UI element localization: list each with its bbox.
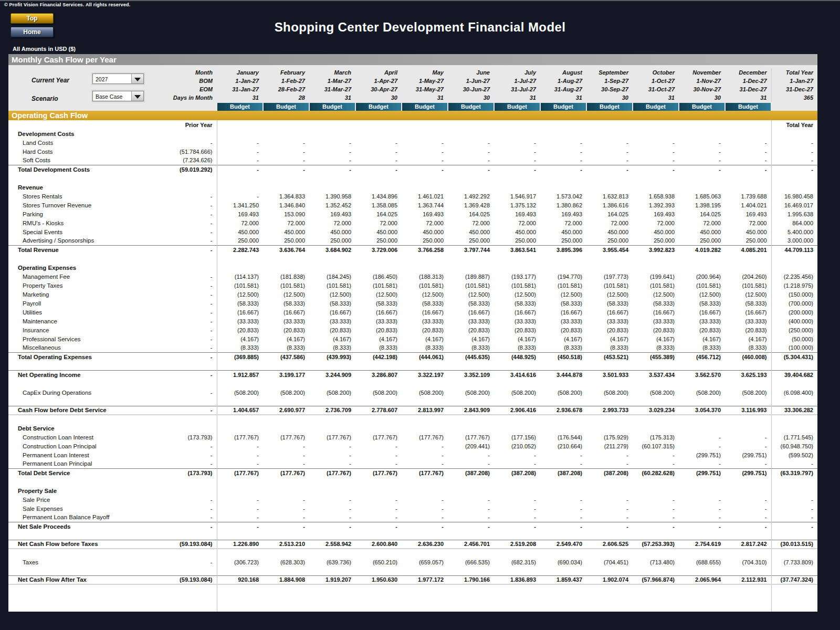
value-cell <box>679 477 725 486</box>
total-year-cell: - <box>771 513 817 522</box>
value-cell: (8.333) <box>725 343 771 352</box>
value-cell: (4.167) <box>263 334 309 343</box>
total-year-cell <box>771 566 817 575</box>
scenario-dropdown[interactable]: Base Case <box>92 91 144 101</box>
value-cell <box>725 566 771 575</box>
cash-flow-table-wrap: Prior YearTotal YearDevelopment CostsLan… <box>8 120 817 612</box>
row-label: Special Events <box>8 227 136 236</box>
value-cell <box>309 584 355 612</box>
table-row: Insurance-(20.833)(20.833)(20.833)(20.83… <box>8 326 817 334</box>
header-cell: 1-Dec-27 <box>725 77 771 85</box>
value-cell: - <box>217 138 263 147</box>
header-cell: 31 <box>494 93 540 102</box>
value-cell: (690.034) <box>540 558 586 566</box>
value-cell: (12.500) <box>679 290 725 299</box>
home-button[interactable]: Home <box>10 27 54 37</box>
table-filler-row <box>8 584 817 612</box>
table-row <box>8 379 817 388</box>
value-cell: - <box>540 504 586 513</box>
value-cell: (16.667) <box>263 308 309 317</box>
value-cell: 3.992.823 <box>633 245 679 254</box>
total-year-cell <box>771 263 817 272</box>
row-label: Insurance <box>8 326 136 334</box>
value-cell <box>217 174 263 183</box>
value-cell: 1.364.833 <box>263 192 309 201</box>
value-cell: 1.390.958 <box>309 192 355 201</box>
value-cell <box>309 424 355 433</box>
total-year-cell: 16.980.458 <box>771 192 817 201</box>
value-cell <box>725 129 771 138</box>
value-cell: (57.966.874) <box>633 575 679 584</box>
value-cell <box>679 584 725 612</box>
value-cell: (4.167) <box>540 334 586 343</box>
value-cell: (33.333) <box>309 317 355 326</box>
value-cell: (12.500) <box>309 290 355 299</box>
value-cell: (4.167) <box>309 334 355 343</box>
value-cell <box>402 566 448 575</box>
section-title-bar: Monthly Cash Flow per Year <box>8 54 817 65</box>
row-label: Total Debt Service <box>8 468 136 477</box>
value-cell <box>217 183 263 192</box>
value-cell: 250.000 <box>309 236 355 245</box>
chevron-down-icon[interactable] <box>131 91 143 101</box>
value-cell: - <box>540 156 586 165</box>
value-cell: - <box>586 450 633 459</box>
value-cell: (8.333) <box>263 343 309 352</box>
prior-year-cell <box>136 486 217 495</box>
value-cell: - <box>309 504 355 513</box>
value-cell <box>633 183 679 192</box>
current-year-dropdown[interactable]: 2027 <box>92 74 144 84</box>
total-year-cell: (37.747.324) <box>771 575 817 584</box>
value-cell: - <box>263 165 309 174</box>
chevron-down-icon[interactable] <box>131 74 143 83</box>
value-cell <box>586 549 633 558</box>
row-label: Management Fee <box>8 272 136 281</box>
total-year-cell: Total Year <box>771 120 817 129</box>
value-cell: (387.208) <box>586 468 633 477</box>
total-year-cell <box>771 584 817 612</box>
value-cell: (58.333) <box>633 299 679 308</box>
value-cell: 250.000 <box>725 236 771 245</box>
value-cell: - <box>448 504 494 513</box>
value-cell: 169.493 <box>309 209 355 218</box>
value-cell: - <box>402 522 448 531</box>
value-cell: - <box>355 138 402 147</box>
budget-cell: Budget <box>355 102 402 111</box>
value-cell: (177.767) <box>309 433 355 442</box>
value-cell <box>309 566 355 575</box>
prior-year-cell: - <box>136 513 217 522</box>
header-cell: 1-Aug-27 <box>540 77 586 85</box>
value-cell: (209.441) <box>448 442 494 450</box>
value-cell: - <box>725 522 771 531</box>
total-year-cell: (1.218.975) <box>771 281 817 290</box>
budget-cell: Budget <box>263 102 309 111</box>
value-cell: (445.635) <box>448 352 494 361</box>
table-row: Special Events-450.000450.000450.000450.… <box>8 227 817 236</box>
value-cell: (12.500) <box>263 290 309 299</box>
value-cell: - <box>725 495 771 504</box>
value-cell: - <box>402 442 448 450</box>
header-cell: May <box>402 68 448 77</box>
prior-year-cell: - <box>136 308 217 317</box>
value-cell: 72.000 <box>263 218 309 227</box>
value-cell: 3.244.909 <box>309 370 355 379</box>
row-label: Development Costs <box>8 129 136 138</box>
value-cell: (639.736) <box>309 558 355 566</box>
value-cell <box>448 120 494 129</box>
value-cell <box>586 531 633 540</box>
value-cell <box>402 361 448 370</box>
value-cell: 72.000 <box>309 218 355 227</box>
header-cell: 30-Nov-27 <box>679 85 725 93</box>
value-cell: (4.167) <box>448 334 494 343</box>
value-cell: (16.667) <box>725 308 771 317</box>
table-row: Taxes-(306.723)(628.303)(639.736)(650.21… <box>8 558 817 566</box>
operating-cash-flow-bar: Operating Cash Flow <box>8 111 817 120</box>
value-cell: (211.279) <box>586 442 633 450</box>
top-button[interactable]: Top <box>10 13 54 24</box>
header-cell: 30 <box>586 93 633 102</box>
header-total-cell: 1-Jan-27 <box>771 77 817 85</box>
value-cell <box>540 129 586 138</box>
value-cell: - <box>679 459 725 468</box>
value-cell <box>540 477 586 486</box>
value-cell: (58.333) <box>263 299 309 308</box>
